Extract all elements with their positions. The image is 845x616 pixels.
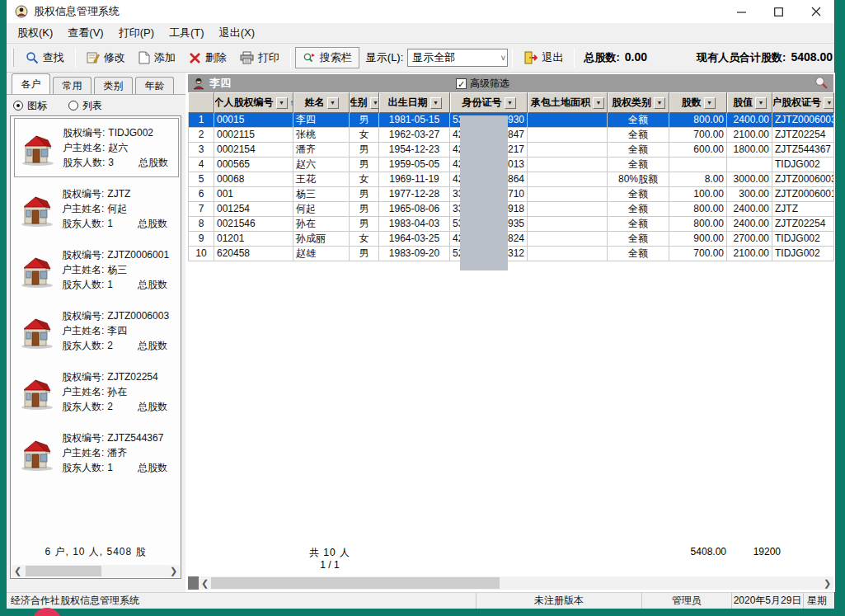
- menu-print[interactable]: 打印(P): [111, 23, 162, 43]
- cell-rownum: 10: [188, 247, 214, 261]
- house-icon: [17, 312, 55, 350]
- table-row[interactable]: 10 620458 赵雄 男 1983-09-20 5223201312 全额 …: [188, 247, 834, 261]
- code-label: 股权编号:: [62, 430, 104, 445]
- cell-land-area: [528, 113, 608, 128]
- household-item[interactable]: 股权编号:ZJTZ544367 户主姓名:潘齐 股东人数:1总股数: [14, 423, 179, 482]
- filter-arrow-icon[interactable]: ▼: [276, 97, 288, 109]
- table-row[interactable]: 4 000565 赵六 男 1959-05-05 4211250013 全额 T…: [188, 158, 834, 172]
- household-count: 2: [107, 338, 113, 353]
- table-row[interactable]: 6 001 杨三 男 1977-12-28 3326054710 全额 100.…: [188, 187, 834, 202]
- modify-label: 修改: [104, 50, 125, 65]
- household-item[interactable]: 股权编号:ZJTZ0006003 户主姓名:李四 股东人数:2总股数: [14, 301, 179, 360]
- col-id-number[interactable]: 身份证号▼: [450, 92, 528, 113]
- menu-tools[interactable]: 工具(T): [162, 23, 212, 43]
- total-label-clipped: 总股数: [138, 338, 167, 353]
- tab-households[interactable]: 各户: [12, 73, 50, 94]
- filter-arrow-icon[interactable]: ▼: [593, 97, 604, 109]
- tab-age[interactable]: 年龄: [135, 77, 174, 94]
- col-sex[interactable]: 性别▼: [350, 92, 379, 113]
- minimize-button[interactable]: [723, 0, 760, 23]
- cell-share-type: 全额: [608, 158, 669, 172]
- col-share-type[interactable]: 股权类别▼: [608, 92, 669, 113]
- print-button[interactable]: 打印: [233, 48, 286, 68]
- cell-cert-number: ZJTZ02254: [772, 217, 834, 232]
- close-button[interactable]: [797, 0, 834, 23]
- household-info: 股权编号:ZJTZ02254 户主姓名:孙在 股东人数:2总股数: [62, 369, 177, 414]
- filter-arrow-icon[interactable]: ▼: [654, 97, 665, 109]
- cell-land-area: [528, 187, 608, 202]
- household-item[interactable]: 股权编号:ZJTZ0006001 户主姓名:杨三 股东人数:1总股数: [14, 240, 179, 299]
- sidebar-summary: 6 户, 10 人, 5408 股: [11, 545, 181, 559]
- filter-arrow-icon[interactable]: ▼: [327, 97, 339, 109]
- col-personal-code[interactable]: 个人股权编号▼↑: [214, 92, 293, 113]
- current-shares-value: 5408.00: [791, 50, 833, 65]
- radio-icon-view[interactable]: 图标: [13, 99, 47, 113]
- menu-view[interactable]: 查看(V): [60, 23, 110, 43]
- scroll-left-icon[interactable]: ❮: [12, 565, 24, 577]
- col-name[interactable]: 姓名▼: [293, 92, 350, 113]
- col-birth[interactable]: 出生日期▼: [379, 92, 450, 113]
- owner-label: 户主姓名:: [62, 384, 104, 399]
- cell-share-type: 80%股额: [608, 172, 669, 187]
- table-row[interactable]: 7 001254 何起 男 1965-08-06 3326252918 全额 8…: [188, 202, 834, 217]
- scroll-right-icon[interactable]: ❯: [167, 565, 180, 577]
- scrollbar-thumb[interactable]: [26, 566, 101, 576]
- household-item[interactable]: 股权编号:ZJTZ02254 户主姓名:孙在 股东人数:2总股数: [14, 362, 179, 421]
- modify-button[interactable]: 修改: [80, 48, 132, 68]
- advanced-filter-toggle[interactable]: ✓ 高级筛选: [456, 77, 509, 91]
- household-info: 股权编号:TIDJG002 户主姓名:赵六 股东人数:3总股数: [63, 125, 176, 170]
- table-row[interactable]: 2 0002115 张桃 女 1962-03-27 4211272847 全额 …: [188, 128, 834, 143]
- scrollbar-thumb[interactable]: [211, 577, 500, 589]
- table-row[interactable]: 3 0002154 潘齐 男 1954-12-23 4211253217 全额 …: [188, 143, 834, 158]
- table-row[interactable]: 5 00068 王花 女 1969-11-19 4211292864 80%股额…: [188, 172, 834, 187]
- display-select[interactable]: 显示全部 ˅: [407, 49, 508, 67]
- filter-arrow-icon[interactable]: ▼: [755, 97, 767, 109]
- household-item[interactable]: 股权编号:TIDJG002 户主姓名:赵六 股东人数:3总股数: [14, 118, 179, 177]
- col-share-value[interactable]: 股值▼: [727, 92, 772, 113]
- cell-name: 何起: [293, 202, 350, 217]
- scroll-left-icon[interactable]: ❮: [199, 577, 211, 590]
- cell-birth: 1983-09-20: [379, 247, 450, 261]
- household-item[interactable]: 股权编号:ZJTZ 户主姓名:何起 股东人数:1总股数: [14, 179, 179, 238]
- table-footer-value-total: 19200: [730, 546, 781, 557]
- toolbar-grip: [12, 49, 14, 67]
- filter-arrow-icon[interactable]: ▼: [505, 97, 516, 109]
- table-horizontal-scrollbar[interactable]: ❮ ❯: [188, 576, 833, 590]
- table-row[interactable]: 1 00015 李四 男 1981-05-15 5322241930 全额 80…: [188, 113, 834, 128]
- household-owner: 潘齐: [107, 445, 127, 460]
- code-label: 股权编号:: [62, 308, 104, 323]
- tab-common[interactable]: 常用: [53, 77, 92, 94]
- household-owner: 李四: [107, 323, 127, 338]
- maximize-button[interactable]: [760, 0, 797, 23]
- menu-equity[interactable]: 股权(K): [10, 23, 60, 43]
- cell-share-value: [727, 158, 772, 172]
- tab-divider: [7, 94, 185, 95]
- magnifier-icon[interactable]: [814, 75, 829, 90]
- filter-arrow-icon[interactable]: ▼: [704, 97, 716, 109]
- exit-button[interactable]: 退出: [517, 48, 570, 68]
- filter-arrow-icon[interactable]: ▼: [370, 97, 380, 109]
- find-button[interactable]: 查找: [19, 48, 71, 68]
- search-bar-toggle[interactable]: 搜索栏: [295, 47, 359, 68]
- delete-button[interactable]: 删除: [182, 48, 233, 68]
- filter-arrow-icon[interactable]: ▼: [430, 97, 442, 109]
- col-land-area[interactable]: 承包土地面积▼: [528, 92, 608, 113]
- cell-share-value: 2100.00: [727, 128, 772, 143]
- cell-name: 孙成丽: [293, 232, 350, 247]
- menu-exit[interactable]: 退出(X): [212, 23, 262, 43]
- household-code: ZJTZ0006001: [107, 247, 169, 262]
- add-button[interactable]: 添加: [132, 48, 182, 68]
- radio-list-view[interactable]: 列表: [68, 99, 102, 113]
- col-cert-number[interactable]: 户股权证号▼: [772, 92, 834, 113]
- col-shares[interactable]: 股数▼: [669, 92, 727, 113]
- sidebar-horizontal-scrollbar[interactable]: ❮ ❯: [12, 565, 180, 577]
- household-owner: 孙在: [107, 384, 127, 399]
- tab-category[interactable]: 类别: [94, 77, 133, 94]
- table-row[interactable]: 8 0021546 孙在 男 1983-04-03 5303251935 全额 …: [188, 217, 834, 232]
- cell-name: 赵六: [293, 158, 350, 172]
- cell-share-value: 3000.00: [727, 172, 772, 187]
- scroll-right-icon[interactable]: ❯: [821, 577, 833, 590]
- filter-arrow-icon[interactable]: ▼: [824, 97, 834, 109]
- table-row[interactable]: 9 01201 孙成丽 女 1964-03-25 4211252824 全额 9…: [188, 232, 834, 247]
- household-owner: 何起: [107, 201, 127, 216]
